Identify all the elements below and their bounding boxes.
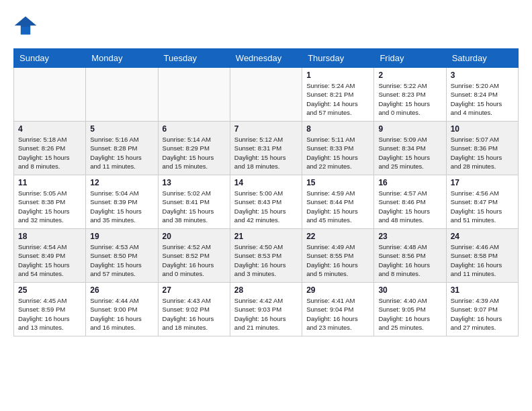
day-info: Sunrise: 5:14 AM Sunset: 8:29 PM Dayligh… xyxy=(163,135,226,171)
day-number: 29 xyxy=(306,285,369,295)
day-header-thursday: Thursday xyxy=(302,49,374,68)
day-header-wednesday: Wednesday xyxy=(230,49,302,68)
day-number: 16 xyxy=(378,178,441,187)
day-info: Sunrise: 4:52 AM Sunset: 8:52 PM Dayligh… xyxy=(163,242,226,278)
day-info: Sunrise: 4:44 AM Sunset: 9:00 PM Dayligh… xyxy=(90,296,153,332)
page-header xyxy=(13,13,519,38)
calendar-cell: 26Sunrise: 4:44 AM Sunset: 9:00 PM Dayli… xyxy=(86,283,158,336)
day-number: 14 xyxy=(234,178,298,187)
day-number: 31 xyxy=(451,285,514,295)
day-info: Sunrise: 4:56 AM Sunset: 8:47 PM Dayligh… xyxy=(451,189,514,224)
day-info: Sunrise: 4:54 AM Sunset: 8:49 PM Dayligh… xyxy=(18,242,81,278)
calendar-week-2: 4Sunrise: 5:18 AM Sunset: 8:26 PM Daylig… xyxy=(14,122,519,175)
day-info: Sunrise: 5:05 AM Sunset: 8:38 PM Dayligh… xyxy=(18,189,81,224)
calendar-cell: 14Sunrise: 5:00 AM Sunset: 8:43 PM Dayli… xyxy=(230,175,302,229)
calendar-cell xyxy=(230,68,302,122)
calendar-cell: 20Sunrise: 4:52 AM Sunset: 8:52 PM Dayli… xyxy=(158,229,230,283)
calendar-cell xyxy=(158,68,230,122)
day-info: Sunrise: 4:46 AM Sunset: 8:58 PM Dayligh… xyxy=(451,242,514,278)
calendar-cell: 9Sunrise: 5:09 AM Sunset: 8:34 PM Daylig… xyxy=(374,122,446,175)
calendar-week-1: 1Sunrise: 5:24 AM Sunset: 8:21 PM Daylig… xyxy=(14,68,519,122)
calendar-table: SundayMondayTuesdayWednesdayThursdayFrid… xyxy=(13,48,519,336)
day-info: Sunrise: 5:00 AM Sunset: 8:43 PM Dayligh… xyxy=(234,189,298,224)
day-number: 15 xyxy=(306,178,369,187)
day-info: Sunrise: 5:11 AM Sunset: 8:33 PM Dayligh… xyxy=(306,135,369,171)
day-number: 10 xyxy=(451,124,514,134)
calendar-cell: 18Sunrise: 4:54 AM Sunset: 8:49 PM Dayli… xyxy=(14,229,86,283)
calendar-cell: 22Sunrise: 4:49 AM Sunset: 8:55 PM Dayli… xyxy=(302,229,374,283)
day-info: Sunrise: 4:39 AM Sunset: 9:07 PM Dayligh… xyxy=(451,296,514,332)
day-number: 30 xyxy=(378,285,441,295)
day-number: 11 xyxy=(18,178,81,187)
calendar-cell: 16Sunrise: 4:57 AM Sunset: 8:46 PM Dayli… xyxy=(374,175,446,229)
calendar-cell: 3Sunrise: 5:20 AM Sunset: 8:24 PM Daylig… xyxy=(446,68,518,122)
calendar-week-4: 18Sunrise: 4:54 AM Sunset: 8:49 PM Dayli… xyxy=(14,229,519,283)
calendar-cell: 10Sunrise: 5:07 AM Sunset: 8:36 PM Dayli… xyxy=(446,122,518,175)
calendar-cell: 7Sunrise: 5:12 AM Sunset: 8:31 PM Daylig… xyxy=(230,122,302,175)
day-number: 19 xyxy=(90,232,153,241)
day-number: 12 xyxy=(90,178,153,187)
calendar-cell: 24Sunrise: 4:46 AM Sunset: 8:58 PM Dayli… xyxy=(446,229,518,283)
calendar-cell: 8Sunrise: 5:11 AM Sunset: 8:33 PM Daylig… xyxy=(302,122,374,175)
day-info: Sunrise: 5:24 AM Sunset: 8:21 PM Dayligh… xyxy=(306,81,369,117)
day-info: Sunrise: 4:42 AM Sunset: 9:03 PM Dayligh… xyxy=(234,296,298,332)
calendar-cell: 21Sunrise: 4:50 AM Sunset: 8:53 PM Dayli… xyxy=(230,229,302,283)
day-number: 23 xyxy=(378,232,441,241)
day-info: Sunrise: 5:04 AM Sunset: 8:39 PM Dayligh… xyxy=(90,189,153,224)
day-number: 26 xyxy=(90,285,153,295)
svg-marker-1 xyxy=(15,17,36,27)
calendar-cell: 6Sunrise: 5:14 AM Sunset: 8:29 PM Daylig… xyxy=(158,122,230,175)
day-info: Sunrise: 4:59 AM Sunset: 8:44 PM Dayligh… xyxy=(306,189,369,224)
day-info: Sunrise: 4:57 AM Sunset: 8:46 PM Dayligh… xyxy=(378,189,441,224)
day-number: 8 xyxy=(306,124,369,134)
calendar-cell xyxy=(86,68,158,122)
day-number: 6 xyxy=(163,124,226,134)
day-number: 27 xyxy=(163,285,226,295)
calendar-cell: 25Sunrise: 4:45 AM Sunset: 8:59 PM Dayli… xyxy=(14,283,86,336)
day-info: Sunrise: 4:41 AM Sunset: 9:04 PM Dayligh… xyxy=(306,296,369,332)
calendar-cell: 15Sunrise: 4:59 AM Sunset: 8:44 PM Dayli… xyxy=(302,175,374,229)
day-number: 1 xyxy=(306,71,369,80)
calendar-week-5: 25Sunrise: 4:45 AM Sunset: 8:59 PM Dayli… xyxy=(14,283,519,336)
logo xyxy=(13,13,42,38)
day-number: 9 xyxy=(378,124,441,134)
day-number: 18 xyxy=(18,232,81,241)
day-header-tuesday: Tuesday xyxy=(158,49,230,68)
calendar-cell: 4Sunrise: 5:18 AM Sunset: 8:26 PM Daylig… xyxy=(14,122,86,175)
day-info: Sunrise: 4:50 AM Sunset: 8:53 PM Dayligh… xyxy=(234,242,298,278)
day-number: 25 xyxy=(18,285,81,295)
calendar-cell: 1Sunrise: 5:24 AM Sunset: 8:21 PM Daylig… xyxy=(302,68,374,122)
day-number: 13 xyxy=(163,178,226,187)
day-info: Sunrise: 5:18 AM Sunset: 8:26 PM Dayligh… xyxy=(18,135,81,171)
day-header-saturday: Saturday xyxy=(446,49,518,68)
day-info: Sunrise: 5:12 AM Sunset: 8:31 PM Dayligh… xyxy=(234,135,298,171)
calendar-cell: 2Sunrise: 5:22 AM Sunset: 8:23 PM Daylig… xyxy=(374,68,446,122)
day-header-sunday: Sunday xyxy=(14,49,86,68)
calendar-week-3: 11Sunrise: 5:05 AM Sunset: 8:38 PM Dayli… xyxy=(14,175,519,229)
calendar-cell: 13Sunrise: 5:02 AM Sunset: 8:41 PM Dayli… xyxy=(158,175,230,229)
day-number: 4 xyxy=(18,124,81,134)
calendar-cell: 11Sunrise: 5:05 AM Sunset: 8:38 PM Dayli… xyxy=(14,175,86,229)
calendar-cell: 19Sunrise: 4:53 AM Sunset: 8:50 PM Dayli… xyxy=(86,229,158,283)
day-info: Sunrise: 5:16 AM Sunset: 8:28 PM Dayligh… xyxy=(90,135,153,171)
day-number: 17 xyxy=(451,178,514,187)
calendar-cell: 31Sunrise: 4:39 AM Sunset: 9:07 PM Dayli… xyxy=(446,283,518,336)
day-info: Sunrise: 5:09 AM Sunset: 8:34 PM Dayligh… xyxy=(378,135,441,171)
day-info: Sunrise: 4:48 AM Sunset: 8:56 PM Dayligh… xyxy=(378,242,441,278)
calendar-cell: 30Sunrise: 4:40 AM Sunset: 9:05 PM Dayli… xyxy=(374,283,446,336)
day-number: 28 xyxy=(234,285,298,295)
day-number: 21 xyxy=(234,232,298,241)
day-info: Sunrise: 4:40 AM Sunset: 9:05 PM Dayligh… xyxy=(378,296,441,332)
calendar-cell xyxy=(14,68,86,122)
day-info: Sunrise: 5:07 AM Sunset: 8:36 PM Dayligh… xyxy=(451,135,514,171)
logo-icon xyxy=(13,13,38,38)
day-info: Sunrise: 4:43 AM Sunset: 9:02 PM Dayligh… xyxy=(163,296,226,332)
calendar-header-row: SundayMondayTuesdayWednesdayThursdayFrid… xyxy=(14,49,519,68)
day-info: Sunrise: 5:20 AM Sunset: 8:24 PM Dayligh… xyxy=(451,81,514,117)
day-info: Sunrise: 5:22 AM Sunset: 8:23 PM Dayligh… xyxy=(378,81,441,117)
day-info: Sunrise: 4:49 AM Sunset: 8:55 PM Dayligh… xyxy=(306,242,369,278)
calendar-cell: 27Sunrise: 4:43 AM Sunset: 9:02 PM Dayli… xyxy=(158,283,230,336)
calendar-cell: 17Sunrise: 4:56 AM Sunset: 8:47 PM Dayli… xyxy=(446,175,518,229)
calendar-cell: 29Sunrise: 4:41 AM Sunset: 9:04 PM Dayli… xyxy=(302,283,374,336)
calendar-cell: 5Sunrise: 5:16 AM Sunset: 8:28 PM Daylig… xyxy=(86,122,158,175)
